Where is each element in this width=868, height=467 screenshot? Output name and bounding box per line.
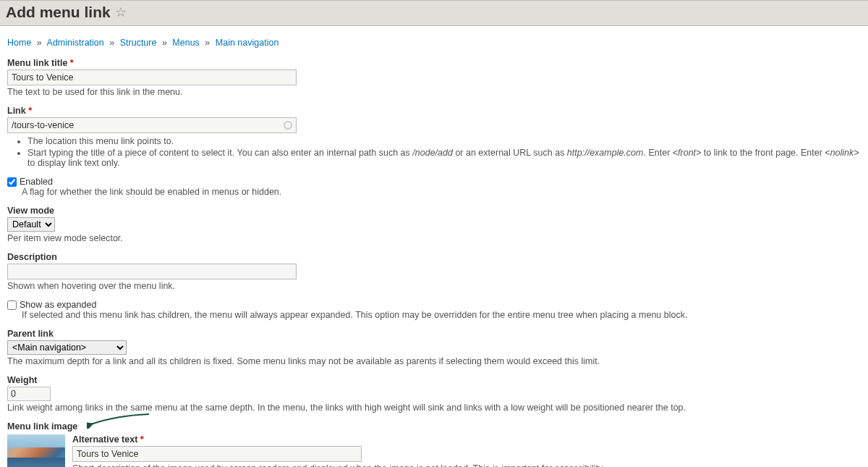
- label-alt-text: Alternative text *: [72, 434, 861, 445]
- breadcrumb-menus[interactable]: Menus: [172, 38, 200, 48]
- breadcrumb-sep: »: [202, 38, 213, 48]
- star-icon[interactable]: ☆: [115, 6, 127, 19]
- link-hint-2: Start typing the title of a piece of con…: [27, 148, 861, 168]
- desc-alt-text: Short description of the image used by s…: [72, 463, 861, 467]
- select-parent-link[interactable]: <Main navigation>: [7, 340, 127, 355]
- breadcrumb-main-navigation[interactable]: Main navigation: [216, 38, 279, 48]
- input-description[interactable]: [7, 264, 297, 279]
- link-hint-1: The location this menu link points to.: [27, 136, 861, 146]
- field-menu-link-image: Menu link image Alternative text * Short…: [7, 421, 861, 467]
- input-menu-link-title[interactable]: [7, 70, 297, 85]
- field-enabled: Enabled A flag for whether the link shou…: [7, 177, 861, 197]
- input-weight[interactable]: [7, 387, 51, 401]
- field-menu-link-title: Menu link title * The text to be used fo…: [7, 58, 861, 97]
- field-parent-link: Parent link <Main navigation> The maximu…: [7, 329, 861, 366]
- breadcrumb-administration[interactable]: Administration: [47, 38, 104, 48]
- label-description: Description: [7, 252, 861, 262]
- breadcrumb-home[interactable]: Home: [7, 38, 31, 48]
- page-title: Add menu link: [6, 4, 111, 21]
- label-show-expanded: Show as expanded: [20, 300, 96, 310]
- select-view-mode[interactable]: Default: [7, 217, 55, 232]
- image-thumbnail: [7, 434, 65, 467]
- breadcrumb-sep: »: [34, 38, 45, 48]
- label-parent-link: Parent link: [7, 329, 861, 339]
- input-link[interactable]: [7, 117, 297, 133]
- field-show-expanded: Show as expanded If selected and this me…: [7, 300, 861, 320]
- label-menu-link-title: Menu link title *: [7, 58, 861, 68]
- breadcrumb: Home » Administration » Structure » Menu…: [7, 38, 861, 48]
- breadcrumb-structure[interactable]: Structure: [120, 38, 157, 48]
- content-region: Home » Administration » Structure » Menu…: [0, 26, 868, 467]
- link-hints: The location this menu link points to. S…: [7, 136, 861, 168]
- checkbox-enabled[interactable]: [7, 177, 17, 187]
- annotation-arrow-icon: [87, 411, 152, 429]
- desc-parent-link: The maximum depth for a link and all its…: [7, 356, 861, 366]
- autocomplete-spinner-icon: [284, 121, 292, 130]
- label-enabled: Enabled: [20, 177, 53, 187]
- label-view-mode: View mode: [7, 206, 861, 216]
- desc-enabled: A flag for whether the link should be en…: [22, 187, 861, 197]
- breadcrumb-sep: »: [106, 38, 117, 48]
- label-link: Link *: [7, 106, 861, 116]
- desc-view-mode: Per item view mode selector.: [7, 233, 861, 243]
- input-alt-text[interactable]: [72, 446, 362, 462]
- desc-show-expanded: If selected and this menu link has child…: [22, 310, 861, 320]
- desc-menu-link-title: The text to be used for this link in the…: [7, 87, 861, 97]
- field-description: Description Shown when hovering over the…: [7, 252, 861, 291]
- field-link: Link * The location this menu link point…: [7, 106, 861, 168]
- field-weight: Weight Link weight among links in the sa…: [7, 375, 861, 413]
- field-view-mode: View mode Default Per item view mode sel…: [7, 206, 861, 243]
- breadcrumb-sep: »: [159, 38, 170, 48]
- checkbox-show-expanded[interactable]: [7, 300, 17, 310]
- label-weight: Weight: [7, 375, 861, 385]
- desc-description: Shown when hovering over the menu link.: [7, 281, 861, 291]
- page-header: Add menu link ☆: [0, 0, 868, 26]
